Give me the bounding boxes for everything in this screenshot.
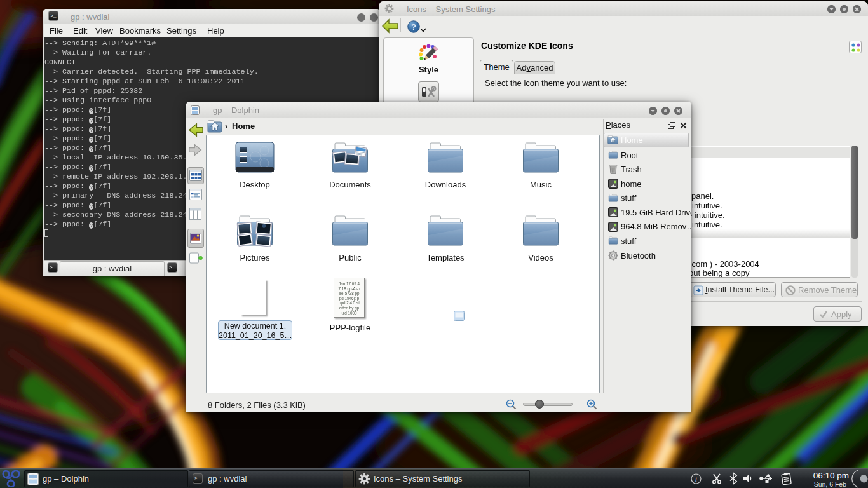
svg-text:?: ? [411, 23, 416, 32]
svg-text:i: i [695, 475, 697, 484]
